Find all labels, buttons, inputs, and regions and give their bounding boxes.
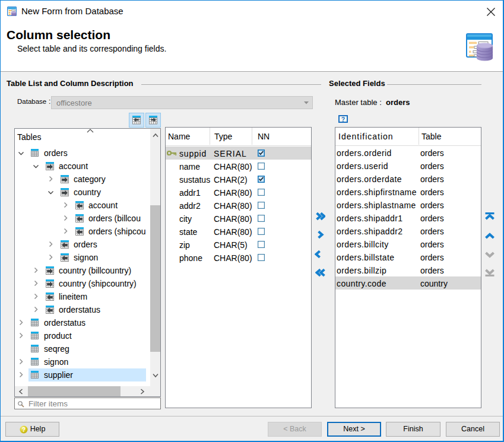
svg-text:?: ? <box>22 427 26 433</box>
svg-text:?: ? <box>341 116 345 123</box>
